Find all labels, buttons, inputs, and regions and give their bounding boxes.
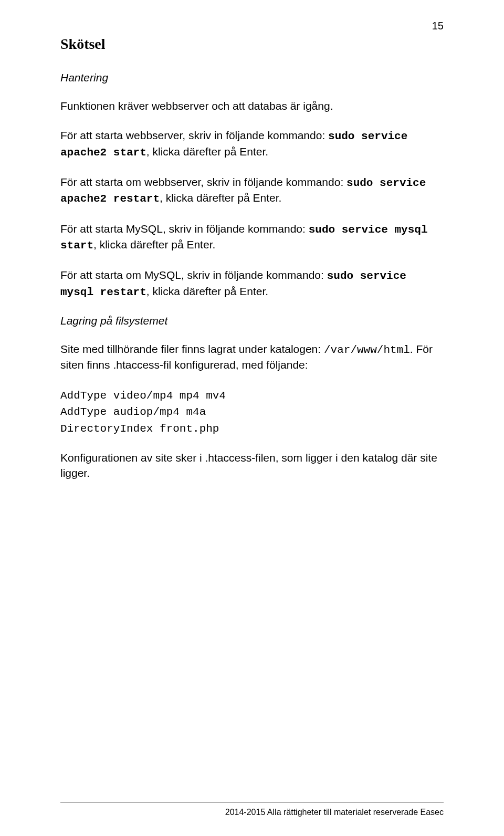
path-var-www: /var/www/html: [324, 344, 410, 356]
text: , klicka därefter på Enter.: [146, 145, 268, 158]
paragraph-site: Site med tillhörande filer finns lagrat …: [60, 342, 444, 373]
section-heading-hantering: Hantering: [60, 71, 444, 84]
text: Site med tillhörande filer finns lagrat …: [60, 343, 324, 355]
page-content: 15 Skötsel Hantering Funktionen kräver w…: [0, 0, 504, 480]
htaccess-line-3: DirectoryIndex front.php: [60, 421, 444, 437]
section-heading-lagring: Lagring på filsystemet: [60, 315, 444, 327]
htaccess-block: AddType video/mp4 mp4 mv4 AddType audiop…: [60, 388, 444, 437]
paragraph-mysql-start: För att starta MySQL, skriv in följande …: [60, 222, 444, 254]
paragraph-config: Konfigurationen av site sker i .htaccess…: [60, 451, 444, 480]
paragraph-mysql-restart: För att starta om MySQL, skriv in följan…: [60, 268, 444, 300]
htaccess-line-1: AddType video/mp4 mp4 mv4: [60, 388, 444, 404]
text: , klicka därefter på Enter.: [160, 192, 281, 204]
text: , klicka därefter på Enter.: [93, 238, 215, 250]
text: För att starta om MySQL, skriv in följan…: [60, 269, 327, 281]
page-number: 15: [432, 20, 444, 32]
text: För att starta webbserver, skriv in följ…: [60, 129, 328, 141]
paragraph-web-restart: För att starta om webbserver, skriv in f…: [60, 175, 444, 207]
footer-text: 2014-2015 Alla rättigheter till material…: [225, 808, 444, 817]
paragraph-web-start: För att starta webbserver, skriv in följ…: [60, 128, 444, 160]
text: För att starta om webbserver, skriv in f…: [60, 176, 346, 188]
footer-divider: [60, 802, 444, 802]
text: För att starta MySQL, skriv in följande …: [60, 223, 309, 235]
text: , klicka därefter på Enter.: [146, 285, 268, 297]
htaccess-line-2: AddType audiop/mp4 m4a: [60, 404, 444, 421]
paragraph-intro: Funktionen kräver webbserver och att dat…: [60, 99, 444, 113]
page-title: Skötsel: [60, 36, 444, 53]
